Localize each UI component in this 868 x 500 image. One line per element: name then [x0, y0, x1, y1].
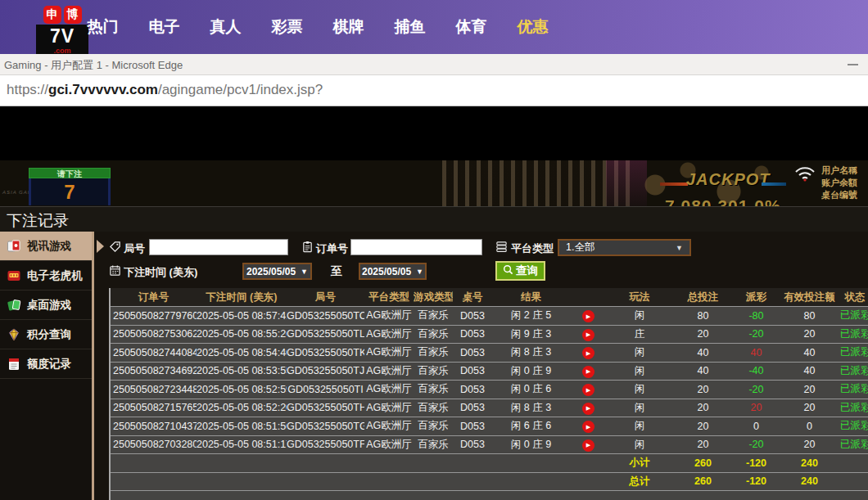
curtain-decor — [442, 160, 631, 206]
play-video-button[interactable]: ▶ — [582, 366, 594, 378]
subtotal-row: 小计260-120240 — [111, 453, 868, 472]
cell-result: 闲 8 庄 3 — [492, 401, 570, 415]
url-text[interactable]: https://gci.7vvvvvv.com/agingame/pcv1/in… — [7, 82, 323, 98]
user-info-line-3: 桌台编號 — [821, 189, 868, 201]
play-video-button[interactable]: ▶ — [582, 347, 594, 359]
selected-item-arrow — [97, 240, 104, 253]
table-row-1: 2505050827797602025-05-05 08:57:41GD0532… — [111, 306, 868, 325]
date-to-value: 2025/05/05 — [362, 266, 411, 277]
play-video-button[interactable]: ▶ — [582, 439, 594, 452]
minimize-button[interactable] — [848, 64, 858, 65]
cell-order-number: 250505082779760 — [111, 310, 197, 322]
round-input[interactable] — [149, 239, 288, 255]
table-games-icon — [7, 298, 21, 313]
cell-bet-time: 2025-05-05 08:53:55 — [197, 365, 287, 376]
sidebar-item-3[interactable]: 桌面游戏 — [0, 291, 92, 320]
table-row-7: 2505050827104372025-05-05 08:51:56GD0532… — [111, 417, 868, 435]
cell-round-id: GD053255050TK — [287, 347, 364, 358]
cell-table-number: D053 — [453, 421, 492, 432]
cell-total-bet: 80 — [672, 310, 734, 322]
grand-total-row-label: 总计 — [607, 475, 672, 489]
date-from-button[interactable]: 2025/05/05 ▼ — [242, 263, 312, 280]
cell-table-number: D053 — [453, 310, 492, 322]
cell-total-bet: 20 — [672, 439, 734, 450]
column-header-2: 下注时间 (美东) — [197, 291, 287, 304]
platform-select[interactable]: 1.全部 ▼ — [558, 239, 691, 256]
nav-item-8[interactable]: 优惠 — [502, 16, 563, 38]
cell-status: 已派彩 — [840, 327, 868, 341]
table-header-row: 订单号下注时间 (美东)局号平台类型游戏类型桌号结果玩法总投注派彩有效投注额状态 — [111, 288, 868, 306]
sidebar-item-1[interactable]: 视讯游戏 — [0, 232, 92, 261]
date-to-button[interactable]: 2025/05/05 ▼ — [359, 263, 427, 280]
nav-item-1[interactable]: 热门 — [72, 16, 133, 38]
nav-menu: 热门电子真人彩票棋牌捕鱼体育优惠 — [72, 0, 563, 54]
cell-payout: 20 — [734, 402, 779, 413]
cell-result: 闲 9 庄 3 — [492, 327, 570, 341]
sidebar-item-label: 积分查询 — [27, 327, 71, 342]
cell-valid-bet: 20 — [779, 328, 840, 340]
page-black-band — [0, 106, 868, 160]
cell-order-number: 250505082703280 — [111, 439, 197, 450]
cell-valid-bet: 40 — [779, 347, 840, 358]
play-video-button[interactable]: ▶ — [582, 310, 594, 322]
sidebar-item-label: 电子老虎机 — [27, 268, 83, 283]
sidebar-item-label: 额度记录 — [27, 357, 71, 372]
cell-table-number: D053 — [453, 365, 492, 376]
address-bar[interactable]: https://gci.7vvvvvv.com/agingame/pcv1/in… — [0, 75, 868, 106]
sidebar-item-2[interactable]: 电子老虎机 — [0, 261, 92, 291]
cell-round-id: GD053255050TH — [287, 402, 364, 413]
jackpot-label: JACKPOT — [686, 170, 771, 189]
cell-play-video: ▶ — [570, 438, 607, 452]
play-video-button[interactable]: ▶ — [582, 329, 594, 341]
records-heading-bar: 下注记录 — [0, 206, 868, 232]
cell-bet-time: 2025-05-05 08:57:41 — [197, 310, 287, 322]
cell-round-id: GD053255050TO — [287, 310, 364, 322]
nav-item-3[interactable]: 真人 — [195, 16, 256, 38]
browser-titlebar: Gaming - 用户配置 1 - Microsoft Edge — [0, 54, 868, 75]
order-input[interactable] — [350, 239, 482, 255]
cell-payout: 40 — [734, 347, 779, 358]
nav-item-7[interactable]: 体育 — [441, 16, 502, 38]
bet-time-label: 下注时间 (美东) — [124, 265, 197, 280]
sidebar-item-5[interactable]: 额度记录 — [0, 349, 92, 379]
query-button[interactable]: 查询 — [495, 261, 545, 281]
cell-platform: AG欧洲厅 — [364, 382, 414, 396]
play-video-button[interactable]: ▶ — [582, 403, 594, 415]
cell-game-type: 百家乐 — [414, 345, 453, 359]
date-from-value: 2025/05/05 — [246, 266, 296, 277]
top-nav: 申 博 7V .com 热门电子真人彩票棋牌捕鱼体育优惠 — [0, 0, 868, 54]
nav-item-6[interactable]: 捕鱼 — [379, 16, 441, 38]
sidebar-item-4[interactable]: 积分查询 — [0, 320, 92, 349]
cell-play-type: 闲 — [607, 309, 672, 322]
records-table: 订单号下注时间 (美东)局号平台类型游戏类型桌号结果玩法总投注派彩有效投注额状态… — [109, 288, 868, 500]
cell-valid-bet: 20 — [779, 402, 840, 413]
cell-payout: -20 — [734, 439, 779, 450]
cell-round-id: GD053255050TF — [287, 439, 364, 450]
column-header-1: 订单号 — [111, 291, 197, 304]
cell-table-number: D053 — [453, 402, 492, 413]
cell-valid-bet: 20 — [779, 384, 840, 395]
cell-status: 已派彩 — [840, 364, 868, 378]
nav-item-5[interactable]: 棋牌 — [318, 16, 379, 38]
user-info-panel: 用户名稱账户余額桌台编號 — [821, 164, 868, 201]
page-title: 下注记录 — [7, 210, 69, 232]
nav-item-4[interactable]: 彩票 — [256, 16, 318, 38]
nav-item-2[interactable]: 电子 — [133, 16, 195, 38]
play-video-button[interactable]: ▶ — [582, 421, 594, 433]
cell-play-type: 闲 — [607, 438, 672, 452]
play-video-button[interactable]: ▶ — [582, 384, 594, 396]
video-games-icon — [7, 239, 21, 254]
column-header-6: 桌号 — [453, 291, 492, 304]
cell-game-type: 百家乐 — [414, 401, 453, 415]
to-label: 至 — [331, 264, 342, 279]
chevron-down-icon: ▼ — [301, 268, 308, 276]
cell-result: 闲 0 庄 6 — [492, 382, 570, 396]
column-header-12: 有效投注额 — [779, 291, 840, 304]
table-row-2: 2505050827530622025-05-05 08:55:26GD0532… — [111, 325, 868, 344]
subtotal-row-valid-bet: 240 — [779, 457, 840, 469]
cell-valid-bet: 40 — [779, 365, 840, 376]
table-row-6: 2505050827157652025-05-05 08:52:20GD0532… — [111, 399, 868, 417]
cell-payout: 0 — [734, 421, 779, 432]
cell-status: 已派彩 — [840, 419, 868, 433]
sidebar: 视讯游戏电子老虎机桌面游戏积分查询额度记录 — [0, 232, 94, 500]
